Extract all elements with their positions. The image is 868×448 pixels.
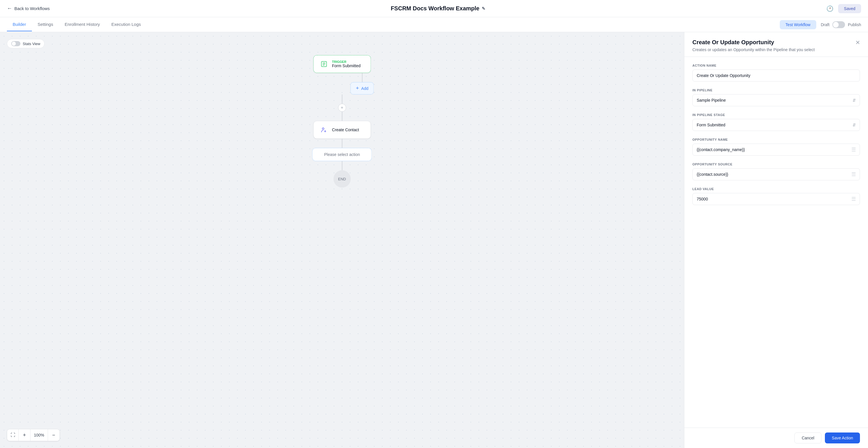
end-node: END bbox=[333, 170, 351, 187]
create-contact-node[interactable]: Create Contact bbox=[313, 121, 371, 139]
saved-button[interactable]: Saved bbox=[838, 4, 861, 13]
connector-line-4 bbox=[342, 139, 342, 148]
panel-footer: Cancel Save Action bbox=[684, 427, 868, 448]
lead-value-input[interactable] bbox=[692, 193, 860, 205]
action-icon bbox=[319, 125, 329, 134]
please-select-label: Please select action bbox=[324, 152, 360, 157]
in-pipeline-field-group: IN PIPELINE Sample Pipeline ⇵ bbox=[692, 89, 860, 106]
panel-close-button[interactable]: ✕ bbox=[853, 38, 862, 47]
action-name-input[interactable] bbox=[692, 69, 860, 81]
opportunity-source-label: OPPORTUNITY SOURCE bbox=[692, 163, 860, 166]
workflow-area: Trigger Form Submitted + Add + bbox=[310, 55, 374, 187]
workflow-title-container: FSCRM Docs Workflow Example ✎ bbox=[391, 5, 486, 12]
in-pipeline-select[interactable]: Sample Pipeline bbox=[692, 94, 860, 106]
opportunity-source-field-group: OPPORTUNITY SOURCE ☰ bbox=[692, 163, 860, 180]
publish-label: Publish bbox=[848, 23, 861, 27]
lead-value-label: LEAD VALUE bbox=[692, 187, 860, 191]
tab-builder[interactable]: Builder bbox=[7, 18, 32, 31]
opportunity-name-input[interactable] bbox=[692, 144, 860, 156]
history-icon[interactable]: 🕐 bbox=[826, 5, 834, 12]
action-name: Create Contact bbox=[332, 128, 359, 132]
panel-subtitle: Creates or updates an Opportunity within… bbox=[692, 47, 860, 52]
zoom-controls: ⛶ + 100% − bbox=[7, 429, 60, 441]
opportunity-source-tag-icon[interactable]: ☰ bbox=[851, 171, 856, 177]
tab-enrollment-history[interactable]: Enrollment History bbox=[59, 18, 106, 31]
tab-right: Test Workflow Draft Publish bbox=[780, 20, 861, 29]
connector-line-2 bbox=[342, 95, 342, 104]
in-pipeline-stage-select-wrapper: Form Submitted ⇵ bbox=[692, 119, 860, 131]
zoom-out-button[interactable]: − bbox=[48, 429, 60, 441]
test-workflow-button[interactable]: Test Workflow bbox=[780, 20, 816, 29]
opportunity-name-label: OPPORTUNITY NAME bbox=[692, 138, 860, 141]
trigger-node[interactable]: Trigger Form Submitted bbox=[313, 55, 371, 73]
tabs: Builder Settings Enrollment History Exec… bbox=[7, 18, 147, 31]
nav-right: 🕐 Saved bbox=[826, 4, 861, 13]
canvas: Stats View Trigger Form Submitted bbox=[0, 32, 684, 448]
connector-plus[interactable]: + bbox=[338, 104, 346, 112]
right-panel: Create Or Update Opportunity Creates or … bbox=[684, 32, 868, 448]
tab-settings[interactable]: Settings bbox=[32, 18, 59, 31]
trigger-icon bbox=[319, 60, 329, 69]
in-pipeline-select-wrapper: Sample Pipeline ⇵ bbox=[692, 94, 860, 106]
back-arrow-icon: ← bbox=[7, 5, 12, 11]
stats-view-toggle[interactable]: Stats View bbox=[7, 39, 44, 48]
trigger-name: Form Submitted bbox=[332, 64, 361, 68]
expand-button[interactable]: ⛶ bbox=[7, 429, 19, 441]
workflow-title: FSCRM Docs Workflow Example bbox=[391, 5, 479, 12]
action-text: Create Contact bbox=[332, 128, 359, 132]
in-pipeline-label: IN PIPELINE bbox=[692, 89, 860, 92]
stats-view-label: Stats View bbox=[23, 42, 40, 46]
back-label: Back to Workflows bbox=[14, 6, 50, 11]
in-pipeline-stage-field-group: IN PIPELINE STAGE Form Submitted ⇵ bbox=[692, 113, 860, 131]
please-select-node[interactable]: Please select action bbox=[312, 148, 372, 161]
lead-value-tag-icon[interactable]: ☰ bbox=[851, 196, 856, 202]
tab-execution-logs[interactable]: Execution Logs bbox=[105, 18, 147, 31]
cancel-button[interactable]: Cancel bbox=[795, 433, 822, 443]
action-name-label: ACTION NAME bbox=[692, 64, 860, 67]
opportunity-name-tag-icon[interactable]: ☰ bbox=[851, 146, 856, 153]
opportunity-source-input[interactable] bbox=[692, 168, 860, 180]
add-node-button[interactable]: + Add bbox=[350, 82, 374, 95]
main-content: Stats View Trigger Form Submitted bbox=[0, 32, 868, 448]
trigger-text: Trigger Form Submitted bbox=[332, 60, 361, 68]
add-label: Add bbox=[361, 86, 369, 91]
opportunity-name-field-wrapper: ☰ bbox=[692, 144, 860, 156]
toggle-knob bbox=[833, 22, 839, 28]
trigger-label: Trigger bbox=[332, 60, 361, 64]
end-label: END bbox=[338, 177, 346, 181]
save-action-button[interactable]: Save Action bbox=[825, 433, 860, 443]
tab-bar: Builder Settings Enrollment History Exec… bbox=[0, 17, 868, 32]
opportunity-name-field-group: OPPORTUNITY NAME ☰ bbox=[692, 138, 860, 156]
stats-knob bbox=[12, 42, 16, 46]
stats-mini-toggle[interactable] bbox=[11, 41, 21, 46]
connector-line-5 bbox=[342, 161, 342, 170]
connector-line-1 bbox=[362, 73, 363, 82]
panel-header: Create Or Update Opportunity Creates or … bbox=[684, 32, 868, 57]
zoom-in-button[interactable]: + bbox=[19, 429, 30, 441]
in-pipeline-stage-select[interactable]: Form Submitted bbox=[692, 119, 860, 131]
in-pipeline-stage-label: IN PIPELINE STAGE bbox=[692, 113, 860, 116]
back-to-workflows[interactable]: ← Back to Workflows bbox=[7, 5, 50, 11]
opportunity-source-field-wrapper: ☰ bbox=[692, 168, 860, 180]
publish-toggle: Draft Publish bbox=[821, 21, 861, 28]
draft-publish-toggle[interactable] bbox=[832, 21, 845, 28]
nav-center: FSCRM Docs Workflow Example ✎ bbox=[391, 5, 486, 12]
connector-line-3 bbox=[342, 112, 342, 121]
top-nav: ← Back to Workflows FSCRM Docs Workflow … bbox=[0, 0, 868, 17]
zoom-level: 100% bbox=[30, 429, 48, 441]
panel-body: ACTION NAME IN PIPELINE Sample Pipeline … bbox=[684, 57, 868, 427]
panel-title: Create Or Update Opportunity bbox=[692, 39, 860, 46]
edit-icon[interactable]: ✎ bbox=[482, 6, 486, 11]
lead-value-field-group: LEAD VALUE ☰ bbox=[692, 187, 860, 205]
svg-point-1 bbox=[322, 128, 324, 130]
action-name-field-group: ACTION NAME bbox=[692, 64, 860, 81]
lead-value-field-wrapper: ☰ bbox=[692, 193, 860, 205]
draft-label: Draft bbox=[821, 23, 830, 27]
